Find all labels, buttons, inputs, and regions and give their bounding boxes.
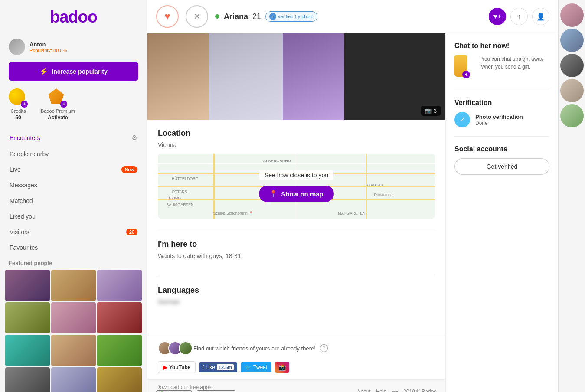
dislike-button[interactable]: ✕ bbox=[186, 5, 208, 28]
photo-strip: 📷 3 bbox=[147, 33, 445, 120]
featured-item[interactable] bbox=[51, 335, 96, 366]
google-play-button[interactable]: ▶ Google Play bbox=[197, 390, 235, 392]
increase-popularity-button[interactable]: ⚡ Increase popularity bbox=[9, 62, 138, 81]
here-to-section: I'm here to Wants to date with guys, 18-… bbox=[158, 240, 435, 275]
location-city: Vienna bbox=[158, 141, 435, 148]
verification-status: Done bbox=[475, 120, 523, 126]
footer-about-link[interactable]: About bbox=[357, 389, 370, 392]
gift-bottle-icon: + bbox=[454, 55, 467, 77]
premium-plus-icon: + bbox=[60, 101, 67, 108]
footer-more-icon[interactable]: ••• bbox=[392, 388, 398, 392]
credits-item[interactable]: + Credits 50 bbox=[9, 88, 28, 121]
increase-popularity-label: Increase popularity bbox=[52, 68, 107, 75]
filter-icon[interactable]: ⚙ bbox=[131, 134, 137, 142]
app-store-button[interactable]: 🍎 App Store bbox=[156, 390, 192, 392]
featured-title: Featured people bbox=[0, 255, 147, 270]
gift-plus-icon: + bbox=[462, 71, 470, 78]
more-options-button[interactable]: 👤 bbox=[532, 8, 549, 25]
verified-label: verified bbox=[278, 14, 293, 19]
photo-count: 3 bbox=[434, 108, 437, 114]
sidebar: badoo Anton Popularity: 80.0% ⚡ Increase… bbox=[0, 0, 147, 392]
super-like-button[interactable]: ♥+ bbox=[489, 8, 506, 25]
photo-count-area: 📷 3 bbox=[344, 33, 445, 120]
app-download-section: Download our free apps: 🍎 App Store ▶ Go… bbox=[156, 384, 235, 392]
facebook-button[interactable]: f Like 12.5m bbox=[199, 362, 238, 372]
verification-row: ✓ Photo verification Done bbox=[454, 112, 549, 127]
social-buttons: ▶ YouTube f Like 12.5m 🐦 Tweet 📸 bbox=[158, 361, 435, 373]
sidebar-item-matched[interactable]: Matched bbox=[4, 193, 143, 209]
sidebar-item-encounters[interactable]: Encounters ⚙ bbox=[4, 129, 143, 146]
chat-promo-section: Chat to her now! + You can chat straight… bbox=[454, 42, 549, 90]
featured-item[interactable] bbox=[51, 302, 96, 333]
instagram-button[interactable]: 📸 bbox=[275, 362, 289, 373]
thumbnail-item[interactable] bbox=[560, 54, 584, 77]
visitors-label: Visitors bbox=[10, 229, 29, 235]
photo-2[interactable] bbox=[209, 33, 283, 120]
help-icon[interactable]: ? bbox=[320, 344, 328, 352]
sidebar-item-liked-you[interactable]: Liked you bbox=[4, 209, 143, 224]
featured-item[interactable] bbox=[51, 270, 96, 301]
twitter-button[interactable]: 🐦 Tweet bbox=[241, 362, 271, 372]
profile-footer: Find out which friends of yours are alre… bbox=[147, 335, 445, 379]
youtube-label: YouTube bbox=[169, 364, 191, 370]
verification-section: Verification ✓ Photo verification Done bbox=[454, 99, 549, 137]
like-button[interactable]: ♥ bbox=[156, 5, 179, 28]
thumbnail-item[interactable] bbox=[560, 79, 584, 102]
photo-1[interactable] bbox=[147, 33, 209, 120]
user-details: Anton Popularity: 80.0% bbox=[29, 41, 67, 53]
verification-title: Verification bbox=[454, 99, 549, 107]
bolt-icon: ⚡ bbox=[39, 67, 48, 75]
app-logo: badoo bbox=[0, 0, 147, 31]
sidebar-item-favourites[interactable]: Favourites bbox=[4, 240, 143, 255]
languages-section: Languages German bbox=[158, 286, 435, 316]
online-indicator bbox=[215, 14, 219, 19]
credits-label: Credits bbox=[11, 108, 26, 114]
verification-check-icon: ✓ bbox=[454, 112, 470, 127]
sidebar-item-live[interactable]: Live New bbox=[4, 162, 143, 177]
thumbnail-item[interactable] bbox=[560, 29, 584, 52]
social-accounts-section: Social accounts Get verified bbox=[454, 145, 549, 175]
featured-item[interactable] bbox=[5, 302, 50, 333]
credits-value: 50 bbox=[15, 114, 21, 121]
featured-item[interactable] bbox=[97, 335, 142, 366]
nav-section: Encounters ⚙ People nearby Live New Mess… bbox=[0, 129, 147, 255]
twitter-icon: 🐦 bbox=[245, 364, 252, 370]
sidebar-item-messages[interactable]: Messages bbox=[4, 177, 143, 193]
featured-grid bbox=[0, 270, 147, 392]
sidebar-item-people-nearby[interactable]: People nearby bbox=[4, 146, 143, 162]
social-title: Social accounts bbox=[454, 145, 549, 153]
thumbnail-item[interactable] bbox=[560, 104, 584, 127]
featured-item[interactable] bbox=[5, 367, 50, 392]
profile-sections: Location Vienna A bbox=[147, 120, 445, 335]
share-button[interactable]: ↑ bbox=[510, 8, 528, 25]
youtube-button[interactable]: ▶ YouTube bbox=[158, 361, 196, 373]
thumbnail-item[interactable] bbox=[560, 3, 584, 27]
profile-info: Ariana 21 ✓ verified by photo bbox=[215, 11, 482, 22]
show-on-map-button[interactable]: 📍 Show on map bbox=[259, 186, 334, 202]
sidebar-item-visitors[interactable]: Visitors 26 bbox=[4, 224, 143, 240]
facebook-like-label: Like bbox=[206, 364, 215, 370]
footer-help-link[interactable]: Help bbox=[376, 389, 387, 392]
location-heading: Location bbox=[158, 129, 435, 138]
get-verified-button[interactable]: Get verified bbox=[454, 158, 549, 175]
photo-3[interactable] bbox=[283, 33, 344, 120]
topbar-actions: ♥+ ↑ 👤 bbox=[489, 8, 549, 25]
credits-icon-wrap: + bbox=[9, 88, 28, 108]
featured-item[interactable] bbox=[5, 270, 50, 301]
live-label: Live bbox=[10, 166, 21, 173]
visitors-badge: 26 bbox=[126, 229, 137, 235]
featured-item[interactable] bbox=[97, 270, 142, 301]
photo-count-badge: 📷 3 bbox=[421, 106, 441, 116]
featured-item[interactable] bbox=[97, 302, 142, 333]
footer-copyright: 2019 © Badoo bbox=[403, 389, 437, 392]
premium-item[interactable]: + Badoo Premium Activate bbox=[41, 88, 75, 121]
location-section: Location Vienna A bbox=[158, 129, 435, 229]
youtube-icon: ▶ bbox=[163, 364, 167, 371]
featured-item[interactable] bbox=[5, 335, 50, 366]
facebook-count: 12.5m bbox=[217, 364, 234, 370]
here-to-value: Wants to date with guys, 18-31 bbox=[158, 252, 435, 259]
featured-item[interactable] bbox=[51, 367, 96, 392]
main-content: ♥ ✕ Ariana 21 ✓ verified by photo ♥+ ↑ 👤 bbox=[147, 0, 558, 392]
featured-item[interactable] bbox=[97, 367, 142, 392]
languages-value: German bbox=[158, 298, 435, 305]
